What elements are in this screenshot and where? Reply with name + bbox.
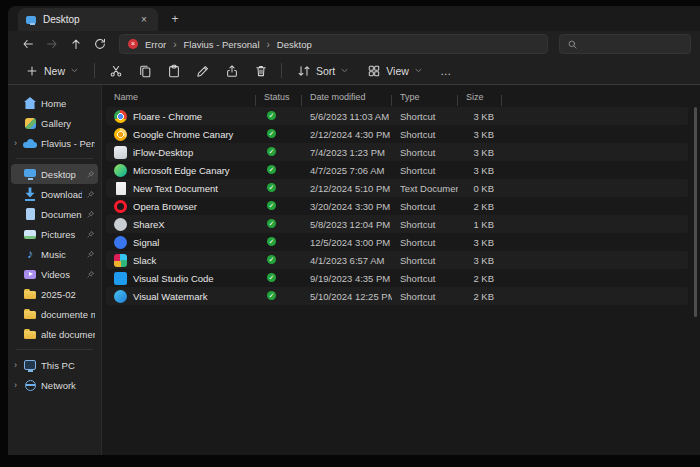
file-size: 3 KB xyxy=(458,111,502,122)
folder-icon xyxy=(23,287,37,301)
copy-icon xyxy=(138,64,152,78)
breadcrumb-onedrive[interactable]: Flavius - Personal xyxy=(181,39,261,50)
toolbar-separator xyxy=(94,63,95,78)
chevron-right-icon xyxy=(12,138,19,148)
see-more-button[interactable]: … xyxy=(433,59,460,82)
up-arrow-icon xyxy=(69,37,83,51)
pin-icon xyxy=(86,190,95,199)
view-button[interactable]: View xyxy=(359,59,431,82)
column-header-name[interactable]: Name xyxy=(106,92,256,102)
column-header-date-modified[interactable]: Date modified xyxy=(302,92,392,102)
file-explorer-window: Desktop Error Flavius - Personal Desktop xyxy=(8,6,700,455)
file-name: Signal xyxy=(133,237,159,248)
sort-button-label: Sort xyxy=(316,65,335,77)
breadcrumb-error[interactable]: Error xyxy=(143,39,168,50)
copy-button[interactable] xyxy=(131,59,158,82)
new-button[interactable]: New xyxy=(17,59,87,82)
file-name: iFlow-Desktop xyxy=(133,147,193,158)
sidebar-item-this-pc[interactable]: This PC xyxy=(11,355,98,375)
file-type: Shortcut xyxy=(392,219,458,230)
refresh-button[interactable] xyxy=(89,34,110,54)
sidebar-item-desktop[interactable]: Desktop xyxy=(11,164,98,184)
pictures-icon xyxy=(23,227,37,241)
sync-status-available-icon xyxy=(267,111,276,120)
column-header-type[interactable]: Type xyxy=(392,92,458,102)
file-row[interactable]: New Text Document 2/12/2024 5:10 PM Text… xyxy=(106,179,688,197)
delete-button[interactable] xyxy=(247,59,274,82)
share-button[interactable] xyxy=(218,59,245,82)
sidebar-item-label: Documents xyxy=(41,209,82,220)
watermark-icon xyxy=(114,290,127,303)
sync-status-available-icon xyxy=(267,237,276,246)
view-grid-icon xyxy=(367,64,381,78)
paste-icon xyxy=(167,64,181,78)
file-row[interactable]: Slack 4/1/2023 6:57 AM Shortcut 3 KB xyxy=(106,251,688,269)
close-tab-icon[interactable] xyxy=(137,13,151,27)
file-row[interactable]: Floare - Chrome 5/6/2023 11:03 AM Shortc… xyxy=(106,107,688,125)
file-size: 3 KB xyxy=(458,237,502,248)
chevron-right-icon xyxy=(12,380,19,390)
pin-icon xyxy=(86,170,95,179)
sidebar-item-alte-documente[interactable]: alte documente xyxy=(11,324,98,344)
address-bar[interactable]: Error Flavius - Personal Desktop xyxy=(119,34,548,54)
file-type: Shortcut xyxy=(392,147,458,158)
sidebar-item-network[interactable]: Network xyxy=(11,375,98,395)
file-date-modified: 9/19/2023 4:35 PM xyxy=(302,273,392,284)
plus-icon xyxy=(25,64,39,78)
music-icon xyxy=(23,247,37,261)
sidebar-item-2025-02[interactable]: 2025-02 xyxy=(11,284,98,304)
sidebar-item-documente-munca[interactable]: documente munca xyxy=(11,304,98,324)
file-row[interactable]: Google Chrome Canary 2/12/2024 4:30 PM S… xyxy=(106,125,688,143)
sidebar-item-label: Pictures xyxy=(41,229,82,240)
file-type: Shortcut xyxy=(392,129,458,140)
sidebar-item-videos[interactable]: Videos xyxy=(11,264,98,284)
sidebar-item-label: Downloads xyxy=(41,189,82,200)
opera-icon xyxy=(114,200,127,213)
delete-icon xyxy=(254,64,268,78)
file-row[interactable]: Signal 12/5/2024 3:00 PM Shortcut 3 KB xyxy=(106,233,688,251)
search-box[interactable] xyxy=(559,34,691,54)
sidebar-item-home[interactable]: Home xyxy=(11,93,98,113)
file-name: Microsoft Edge Canary xyxy=(133,165,230,176)
sidebar-item-downloads[interactable]: Downloads xyxy=(11,184,98,204)
back-button[interactable] xyxy=(17,34,38,54)
forward-arrow-icon xyxy=(45,37,59,51)
file-size: 2 KB xyxy=(458,273,502,284)
sync-status-available-icon xyxy=(267,147,276,156)
paste-button[interactable] xyxy=(160,59,187,82)
file-size: 3 KB xyxy=(458,147,502,158)
vertical-scrollbar[interactable] xyxy=(692,107,698,445)
tab-desktop[interactable]: Desktop xyxy=(18,8,158,31)
breadcrumb-desktop[interactable]: Desktop xyxy=(275,39,314,50)
file-row[interactable]: Microsoft Edge Canary 4/7/2025 7:06 AM S… xyxy=(106,161,688,179)
cut-button[interactable] xyxy=(102,59,129,82)
column-header-status[interactable]: Status xyxy=(256,92,302,102)
file-row[interactable]: iFlow-Desktop 7/4/2023 1:23 PM Shortcut … xyxy=(106,143,688,161)
sidebar-item-pictures[interactable]: Pictures xyxy=(11,224,98,244)
sidebar-item-onedrive[interactable]: Flavius - Personal xyxy=(11,133,98,153)
file-size: 2 KB xyxy=(458,201,502,212)
chevron-right-icon xyxy=(12,360,19,370)
file-date-modified: 2/12/2024 4:30 PM xyxy=(302,129,392,140)
file-row[interactable]: Visual Studio Code 9/19/2023 4:35 PM Sho… xyxy=(106,269,688,287)
file-name: Visual Watermark xyxy=(133,291,207,302)
sidebar-item-gallery[interactable]: Gallery xyxy=(11,113,98,133)
rename-button[interactable] xyxy=(189,59,216,82)
network-icon xyxy=(23,378,37,392)
sidebar-item-documents[interactable]: Documents xyxy=(11,204,98,224)
scrollbar-thumb[interactable] xyxy=(694,107,697,317)
desktop-background: { "window": { "tab_title": "Desktop" }, … xyxy=(0,0,700,467)
file-row[interactable]: Visual Watermark 5/10/2024 12:25 PM Shor… xyxy=(106,287,688,305)
file-row[interactable]: ShareX 5/8/2023 12:04 PM Shortcut 1 KB xyxy=(106,215,688,233)
forward-button[interactable] xyxy=(41,34,62,54)
column-header-size[interactable]: Size xyxy=(458,92,502,102)
sidebar-item-music[interactable]: Music xyxy=(11,244,98,264)
file-row[interactable]: Opera Browser 3/20/2024 3:30 PM Shortcut… xyxy=(106,197,688,215)
sidebar-item-label: Music xyxy=(41,249,82,260)
file-type: Shortcut xyxy=(392,111,458,122)
view-button-label: View xyxy=(386,65,409,77)
up-button[interactable] xyxy=(65,34,86,54)
new-tab-button[interactable] xyxy=(168,12,182,26)
sidebar-item-label: Gallery xyxy=(41,118,95,129)
sort-button[interactable]: Sort xyxy=(289,59,357,82)
